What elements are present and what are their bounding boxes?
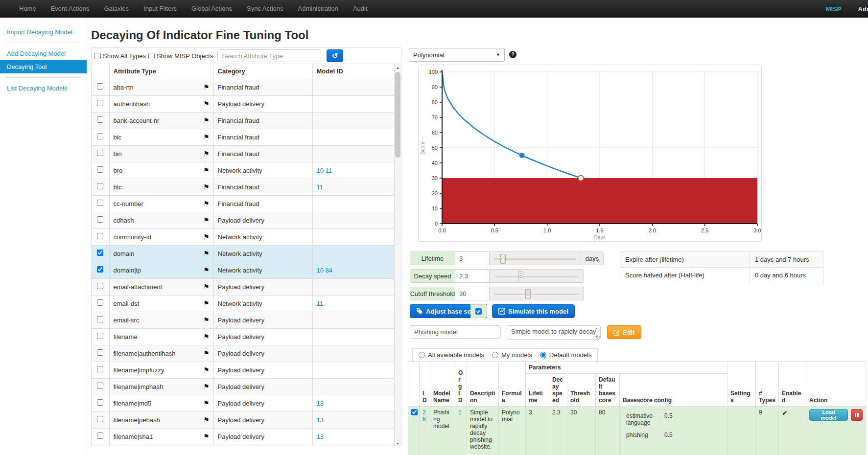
flag-icon[interactable]: ⚑ [203, 250, 210, 257]
flag-icon[interactable]: ⚑ [203, 100, 210, 108]
nav-item-global-actions[interactable]: Global Actions [184, 0, 239, 18]
attribute-row-checkbox[interactable] [97, 266, 103, 273]
flag-icon[interactable]: ⚑ [203, 83, 210, 91]
scroll-down-icon[interactable]: ▼ [395, 440, 401, 446]
flag-icon[interactable]: ⚑ [203, 432, 210, 440]
attribute-row-checkbox[interactable] [97, 383, 103, 389]
attribute-table-scrollbar[interactable]: ▲ ▼ [394, 64, 401, 446]
radio-input[interactable] [540, 352, 546, 358]
flag-icon[interactable]: ⚑ [203, 349, 210, 357]
attribute-row-checkbox[interactable] [97, 299, 103, 306]
slider-thumb[interactable] [518, 272, 523, 281]
simulate-model-button[interactable]: Simulate this model [492, 304, 575, 318]
radio-input[interactable] [419, 352, 425, 358]
model-row-checkbox[interactable] [411, 409, 418, 415]
attribute-row-checkbox[interactable] [97, 366, 103, 372]
flag-icon[interactable]: ⚑ [203, 233, 210, 241]
nav-item-home[interactable]: Home [12, 0, 44, 18]
show-all-types-toggle[interactable]: Show All Types [94, 52, 146, 60]
flag-icon[interactable]: ⚑ [203, 200, 210, 207]
help-icon[interactable]: ? [509, 51, 516, 58]
attribute-row-checkbox[interactable] [97, 316, 103, 322]
model-id-link[interactable]: 10 84 [317, 267, 333, 274]
model-id-link[interactable]: 10 11 [317, 167, 332, 174]
slider-thumb[interactable] [500, 254, 506, 264]
slider-value-input[interactable]: 2.3 [455, 270, 490, 282]
model-id-link[interactable]: 11 [317, 183, 324, 191]
nav-item-event-actions[interactable]: Event Actions [44, 0, 97, 18]
flag-icon[interactable]: ⚑ [203, 183, 210, 191]
nav-item-audit[interactable]: Audit [346, 0, 375, 18]
org-id-link[interactable]: 1 [458, 409, 462, 416]
formula-select[interactable]: Polynomial ▼ [409, 48, 505, 62]
attribute-row-checkbox[interactable] [97, 116, 103, 123]
attribute-row-checkbox[interactable] [97, 166, 103, 173]
slider-track[interactable] [490, 287, 584, 300]
attribute-row-checkbox[interactable] [97, 333, 103, 339]
attribute-row-checkbox[interactable] [97, 399, 103, 406]
sidebar-item-list-decaying-models[interactable]: List Decaying Models [0, 82, 87, 95]
textarea-resize-grip[interactable] [596, 336, 600, 340]
model-description-textarea[interactable] [507, 325, 601, 340]
radio-all-available-models[interactable]: All available models [419, 351, 484, 359]
slider-track[interactable] [490, 252, 581, 265]
sidebar-item-decaying-tool[interactable]: Decaying Tool [0, 60, 87, 73]
attribute-row-checkbox[interactable] [97, 416, 103, 422]
nav-item-galaxies[interactable]: Galaxies [96, 0, 136, 18]
radio-default-models[interactable]: Default models [540, 351, 592, 359]
flag-icon[interactable]: ⚑ [203, 216, 210, 224]
attribute-row-checkbox[interactable] [97, 100, 103, 106]
radio-my-models[interactable]: My models [492, 351, 532, 359]
flag-icon[interactable]: ⚑ [203, 266, 210, 274]
flag-icon[interactable]: ⚑ [203, 333, 210, 341]
flag-icon[interactable]: ⚑ [203, 283, 210, 291]
attribute-row-checkbox[interactable] [97, 349, 103, 356]
flag-icon[interactable]: ⚑ [203, 383, 210, 390]
flag-icon[interactable]: ⚑ [203, 416, 210, 424]
pause-model-button[interactable] [851, 409, 863, 421]
search-attribute-input[interactable] [217, 49, 321, 62]
attribute-row-checkbox[interactable] [97, 183, 103, 189]
flag-icon[interactable]: ⚑ [203, 366, 210, 374]
slider-track[interactable] [490, 270, 584, 282]
attribute-row-checkbox[interactable] [97, 216, 103, 223]
slider-value-input[interactable]: 3 [455, 252, 490, 265]
attribute-row-checkbox[interactable] [97, 432, 103, 439]
attribute-row-checkbox[interactable] [97, 133, 103, 139]
flag-icon[interactable]: ⚑ [203, 150, 210, 158]
edit-model-button[interactable]: Edit [607, 325, 641, 339]
flag-icon[interactable]: ⚑ [203, 133, 210, 141]
flag-icon[interactable]: ⚑ [203, 316, 210, 324]
model-name-input[interactable] [410, 325, 501, 339]
attribute-row-checkbox[interactable] [97, 283, 103, 289]
slider-thumb[interactable] [525, 289, 531, 299]
attribute-row-checkbox[interactable] [97, 150, 103, 156]
flag-icon[interactable]: ⚑ [203, 166, 210, 174]
flag-icon[interactable]: ⚑ [203, 116, 210, 124]
user-menu[interactable]: Admin [858, 5, 868, 13]
scroll-up-icon[interactable]: ▲ [395, 64, 401, 71]
show-misp-objects-checkbox[interactable] [148, 53, 155, 59]
expiration-point[interactable] [578, 176, 584, 181]
attribute-row-checkbox[interactable] [97, 83, 103, 90]
nav-item-administration[interactable]: Administration [291, 0, 346, 18]
attribute-row-checkbox[interactable] [97, 250, 103, 256]
radio-input[interactable] [492, 352, 498, 358]
slider-value-input[interactable]: 30 [455, 287, 490, 300]
show-misp-objects-toggle[interactable]: Show MISP Objects [148, 52, 213, 60]
sidebar-item-add-decaying-model[interactable]: Add Decaying Model [0, 47, 87, 60]
attribute-row-checkbox[interactable] [97, 200, 103, 206]
adjust-base-score-checkbox[interactable] [475, 308, 482, 315]
sidebar-item-import-decaying-model[interactable]: Import Decaying Model [0, 25, 87, 39]
model-id-link[interactable]: 13 [317, 400, 324, 407]
half-life-point[interactable] [520, 153, 524, 158]
show-all-types-checkbox[interactable] [94, 53, 101, 59]
model-id-link[interactable]: 13 [317, 416, 324, 424]
model-id-link[interactable]: 11 [317, 300, 324, 307]
misp-brand-link[interactable]: MISP [826, 5, 842, 13]
flag-icon[interactable]: ⚑ [203, 399, 210, 407]
model-id-link[interactable]: 13 [317, 433, 324, 440]
refresh-button[interactable]: ↻ [327, 49, 343, 62]
flag-icon[interactable]: ⚑ [203, 299, 210, 307]
nav-item-sync-actions[interactable]: Sync Actions [239, 0, 290, 18]
